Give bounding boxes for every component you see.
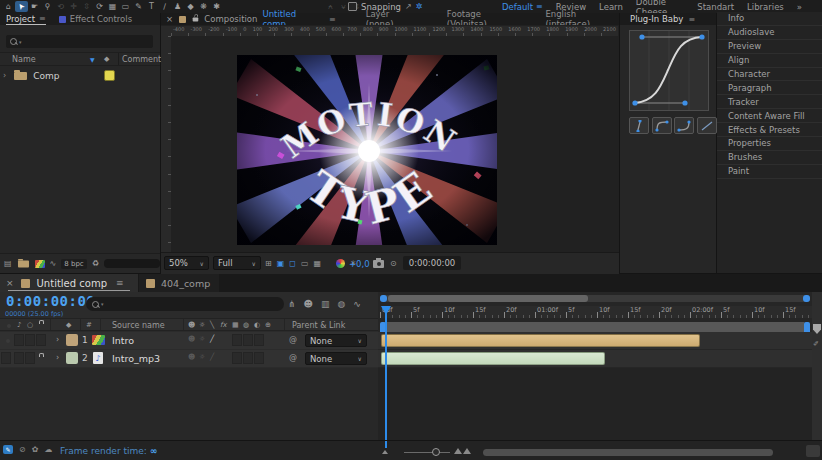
right-panel-tab[interactable]: Audioslave: [717, 26, 822, 40]
orbit-camera-tool-icon[interactable]: ⟲: [54, 1, 67, 12]
parent-dropdown[interactable]: None∨: [305, 334, 367, 347]
title-action-safe-icon[interactable]: ▣: [277, 259, 285, 268]
navigator-scroll-handle[interactable]: [388, 295, 588, 302]
delete-icon[interactable]: ♻: [92, 259, 99, 268]
cloud-icon[interactable]: ☁: [44, 445, 52, 454]
adjust-icon[interactable]: ∿: [50, 259, 57, 268]
pan-camera-tool-icon[interactable]: ✛: [67, 1, 80, 12]
adjustment-layer-icon[interactable]: ◐: [254, 321, 260, 329]
lock-icon[interactable]: [192, 17, 197, 21]
right-panel-tab[interactable]: Brushes: [717, 151, 822, 165]
label-column-icon[interactable]: ◆: [66, 321, 71, 329]
close-icon[interactable]: ×: [166, 14, 173, 24]
dolly-camera-tool-icon[interactable]: ⇳: [80, 1, 93, 12]
transparency-grid-icon[interactable]: ▦: [313, 259, 321, 268]
search-options-caret-icon[interactable]: ▾: [101, 301, 104, 307]
camera-tool-icon[interactable]: ▦: [106, 1, 119, 12]
choose-grid-options-icon[interactable]: ⊞: [265, 259, 272, 268]
right-panel-tab[interactable]: Content Aware Fill: [717, 109, 822, 123]
project-bit-depth[interactable]: 8 bpc: [61, 259, 86, 269]
mask-visibility-icon[interactable]: ◻: [289, 259, 296, 268]
roto-brush-tool-icon[interactable]: ❋: [197, 1, 210, 12]
motion-blur-toggle-icon[interactable]: ◍: [337, 299, 345, 309]
quality-icon[interactable]: ╲: [210, 321, 214, 329]
magnification-dropdown[interactable]: 50%∨: [164, 256, 209, 270]
current-time-display[interactable]: 0:00:00:00: [6, 293, 95, 309]
layer-duration-bar-intro-mp3[interactable]: [381, 352, 605, 365]
vertical-ruler[interactable]: [161, 36, 171, 272]
sort-direction-icon[interactable]: ▼: [90, 56, 95, 63]
new-folder-icon[interactable]: [18, 260, 29, 267]
tab-effect-controls[interactable]: Effect Controls: [59, 14, 132, 24]
channel-color-icon[interactable]: [336, 259, 345, 268]
tab-project[interactable]: Project≡: [6, 14, 46, 25]
source-name-column[interactable]: Source name: [112, 321, 165, 330]
shy-icon[interactable]: ☻: [188, 353, 195, 361]
layer-number-column[interactable]: #: [86, 321, 92, 329]
flower-icon[interactable]: ✿: [32, 445, 39, 454]
layer-name[interactable]: Intro_mp3: [112, 353, 160, 364]
column-name[interactable]: Name: [12, 55, 36, 64]
comp-marker-drag-icon[interactable]: ✐: [813, 340, 819, 348]
project-search-input[interactable]: ▾: [6, 35, 153, 48]
layer-label-chip[interactable]: [66, 334, 78, 346]
motion-blur-icon[interactable]: ◍: [243, 321, 249, 329]
horizontal-scrollbar[interactable]: [483, 449, 773, 456]
layer-row-intro[interactable]: › 1 Intro ☻ ☼ ╱ @ None∨: [0, 332, 378, 349]
axis-mode-local-icon[interactable]: ⍲: [324, 1, 337, 12]
workspace-overflow-icon[interactable]: »: [797, 2, 802, 12]
shy-layers-toggle-icon[interactable]: ☻: [304, 299, 313, 309]
audio-column-icon[interactable]: ♪: [17, 321, 21, 329]
quality-icon[interactable]: ╱: [210, 335, 214, 343]
right-panel-tab[interactable]: Tracker: [717, 95, 822, 109]
preset-ease-in-out-button[interactable]: [629, 117, 649, 134]
shy-icon[interactable]: ☻: [188, 321, 195, 329]
parent-link-column[interactable]: Parent & Link: [292, 321, 345, 330]
feedback-icon[interactable]: ✎: [3, 445, 13, 454]
comp-marker-bin-icon[interactable]: [813, 324, 821, 334]
close-icon[interactable]: ×: [6, 278, 14, 288]
right-panel-tab[interactable]: Info: [717, 12, 822, 26]
twirl-icon[interactable]: ›: [3, 71, 6, 80]
rotation-tool-icon[interactable]: ⟳: [93, 1, 106, 12]
resolution-dropdown[interactable]: Full∨: [213, 256, 261, 270]
panel-menu-icon[interactable]: ≡: [329, 15, 336, 24]
snapping-checkbox[interactable]: [348, 2, 357, 11]
twirl-icon[interactable]: ›: [56, 335, 59, 344]
playhead-handle[interactable]: [381, 306, 391, 315]
pen-tool-icon[interactable]: ✎: [132, 1, 145, 12]
shy-icon[interactable]: ☻: [188, 335, 195, 343]
right-panel-tab[interactable]: Preview: [717, 40, 822, 54]
zoom-tool-icon[interactable]: ⚲: [41, 1, 54, 12]
timeline-navigator[interactable]: [380, 295, 810, 302]
timeline-tab-404-comp[interactable]: 404_comp: [139, 274, 219, 292]
3d-layer-icon[interactable]: ⊕: [265, 321, 271, 329]
curve-editor[interactable]: [629, 30, 709, 115]
preset-linear-button[interactable]: [697, 117, 717, 134]
tab-composition[interactable]: Composition: [204, 14, 257, 24]
right-panel-tab[interactable]: Properties: [717, 137, 822, 151]
panel-menu-icon[interactable]: ≡: [116, 278, 124, 288]
parent-pickwhip-icon[interactable]: @: [289, 353, 297, 362]
collapse-transformations-icon[interactable]: ☼: [199, 321, 205, 329]
type-tool-icon[interactable]: T: [145, 1, 158, 12]
interpret-footage-icon[interactable]: ▤: [4, 259, 12, 268]
project-item-comp[interactable]: › Comp: [0, 68, 160, 83]
frame-blend-icon[interactable]: ▦: [232, 321, 239, 329]
right-panel-tab[interactable]: Character: [717, 68, 822, 82]
eraser-tool-icon[interactable]: ◆: [184, 1, 197, 12]
right-panel-tab[interactable]: Align: [717, 54, 822, 68]
layer-name[interactable]: Intro: [112, 335, 134, 346]
time-ruler[interactable]: 00f5f10f15f20f01:00f5f10f15f20f02:00f5f1…: [380, 306, 814, 318]
timeline-search-input[interactable]: ▾: [86, 297, 284, 311]
new-composition-icon[interactable]: [35, 260, 45, 268]
home-icon[interactable]: ⌂: [2, 1, 15, 12]
search-options-caret-icon[interactable]: ▾: [19, 39, 22, 45]
right-panel-tab[interactable]: Paint: [717, 165, 822, 179]
workspace-standart[interactable]: Standart: [697, 2, 734, 12]
solo-column-icon[interactable]: ○: [27, 321, 33, 329]
collapse-transformations-icon[interactable]: ☼: [199, 353, 205, 361]
playhead-line[interactable]: [385, 306, 387, 440]
snapshot-camera-icon[interactable]: [373, 260, 384, 268]
preset-ease-in-button[interactable]: [674, 117, 694, 134]
